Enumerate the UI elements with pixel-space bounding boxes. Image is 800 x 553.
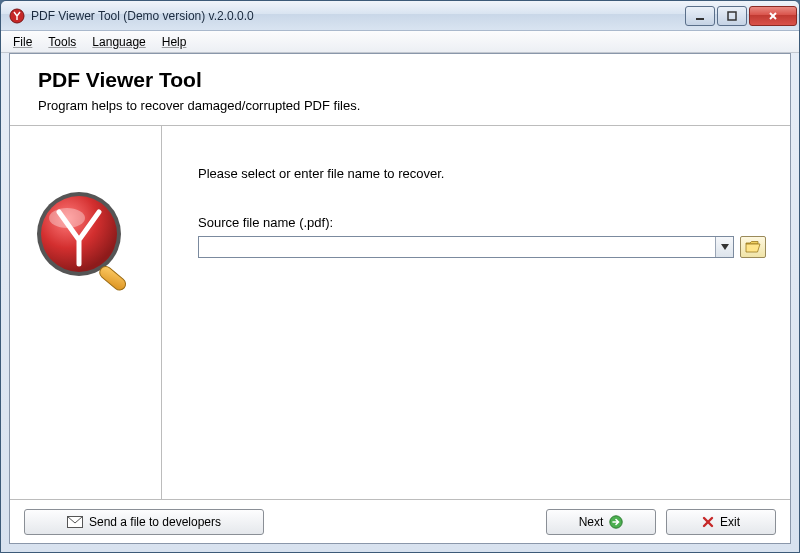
send-to-developers-button[interactable]: Send a file to developers bbox=[24, 509, 264, 535]
main-panel: Please select or enter file name to reco… bbox=[162, 126, 790, 499]
app-icon bbox=[9, 8, 25, 24]
source-file-row bbox=[198, 236, 766, 258]
instruction-text: Please select or enter file name to reco… bbox=[198, 166, 766, 181]
menu-tools[interactable]: Tools bbox=[40, 33, 84, 51]
close-x-icon bbox=[702, 516, 714, 528]
send-label: Send a file to developers bbox=[89, 515, 221, 529]
window-title: PDF Viewer Tool (Demo version) v.2.0.0.0 bbox=[31, 9, 685, 23]
body: Please select or enter file name to reco… bbox=[10, 126, 790, 499]
folder-open-icon bbox=[745, 240, 761, 254]
close-button[interactable] bbox=[749, 6, 797, 26]
maximize-button[interactable] bbox=[717, 6, 747, 26]
next-button[interactable]: Next bbox=[546, 509, 656, 535]
svg-point-7 bbox=[49, 208, 85, 228]
source-file-input[interactable] bbox=[199, 237, 715, 257]
client-area: PDF Viewer Tool Program helps to recover… bbox=[9, 53, 791, 544]
combo-dropdown-button[interactable] bbox=[715, 237, 733, 257]
minimize-button[interactable] bbox=[685, 6, 715, 26]
menu-language[interactable]: Language bbox=[84, 33, 153, 51]
titlebar[interactable]: PDF Viewer Tool (Demo version) v.2.0.0.0 bbox=[1, 1, 799, 31]
svg-rect-2 bbox=[728, 12, 736, 20]
page-header: PDF Viewer Tool Program helps to recover… bbox=[10, 54, 790, 126]
side-panel bbox=[10, 126, 162, 499]
menu-file[interactable]: File bbox=[5, 33, 40, 51]
source-file-label: Source file name (.pdf): bbox=[198, 215, 766, 230]
source-file-combo[interactable] bbox=[198, 236, 734, 258]
footer: Send a file to developers Next Exit bbox=[10, 499, 790, 543]
exit-button[interactable]: Exit bbox=[666, 509, 776, 535]
pdf-magnifier-icon bbox=[31, 186, 141, 306]
window-controls bbox=[685, 6, 797, 26]
exit-label: Exit bbox=[720, 515, 740, 529]
menu-help[interactable]: Help bbox=[154, 33, 195, 51]
page-subtitle: Program helps to recover damaged/corrupt… bbox=[38, 98, 770, 113]
page-title: PDF Viewer Tool bbox=[38, 68, 770, 92]
svg-rect-8 bbox=[97, 264, 128, 292]
app-window: PDF Viewer Tool (Demo version) v.2.0.0.0… bbox=[0, 0, 800, 553]
menubar: File Tools Language Help bbox=[1, 31, 799, 53]
browse-button[interactable] bbox=[740, 236, 766, 258]
envelope-icon bbox=[67, 516, 83, 528]
next-label: Next bbox=[579, 515, 604, 529]
arrow-right-icon bbox=[609, 515, 623, 529]
